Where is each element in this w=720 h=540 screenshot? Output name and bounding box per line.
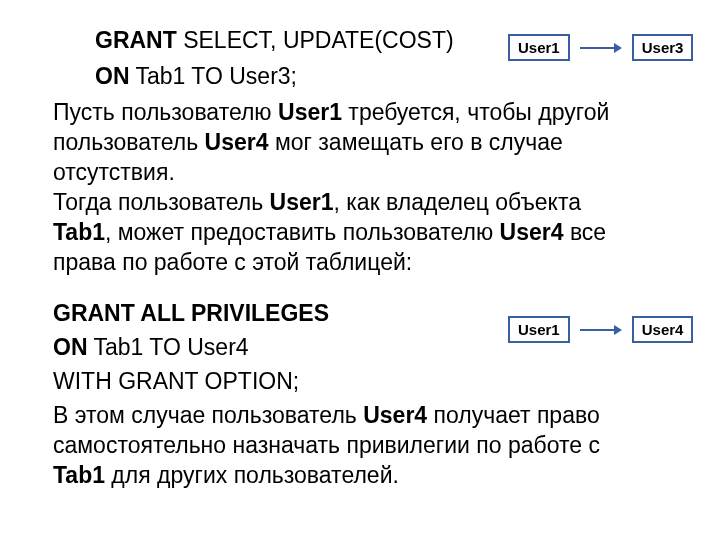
arrow-icon [580,323,622,337]
sql-grant-select-update: GRANT SELECT, UPDATE(COST) ON Tab1 TO Us… [95,22,454,94]
text: , может предоставить пользователю [105,219,500,245]
sql2-rest: Tab1 TO User4 [88,334,249,360]
kw-to: TO [191,63,223,89]
sql1-rest: SELECT, UPDATE(COST) [177,27,454,53]
bold-user1: User1 [278,99,342,125]
kw-grant: GRANT [95,27,177,53]
bold-user4: User4 [205,129,269,155]
kw-on: ON [53,334,88,360]
svg-marker-3 [614,325,622,335]
svg-marker-1 [614,43,622,53]
text: В этом случае пользователь [53,402,363,428]
node-user4: User4 [632,316,694,343]
paragraph-user4-gets-rights: В этом случае пользователь User4 получае… [53,400,633,490]
arrow-icon [580,41,622,55]
paragraph-owner-grants: Тогда пользователь User1, как владелец о… [53,187,613,277]
text: для других пользователей. [105,462,399,488]
sql1-user: User3; [223,63,297,89]
sql1-tab: Tab1 [130,63,192,89]
text: , как владелец объекта [334,189,581,215]
node-user3: User3 [632,34,694,61]
bold-user4: User4 [363,402,427,428]
bold-tab1: Tab1 [53,462,105,488]
bold-user4: User4 [500,219,564,245]
sql2-line3: WITH GRANT OPTION; [53,364,329,398]
paragraph-user4-substitute: Пусть пользователю User1 требуется, чтоб… [53,97,613,187]
text: Пусть пользователю [53,99,278,125]
sql2-line1: GRANT ALL PRIVILEGES [53,296,329,330]
diagram-user1-user4: User1 User4 [508,316,693,343]
sql-grant-all-privileges: GRANT ALL PRIVILEGES ON Tab1 TO User4 WI… [53,296,329,398]
node-user1: User1 [508,316,570,343]
bold-user1: User1 [270,189,334,215]
kw-on: ON [95,63,130,89]
diagram-user1-user3: User1 User3 [508,34,693,61]
bold-tab1: Tab1 [53,219,105,245]
text: Тогда пользователь [53,189,270,215]
node-user1: User1 [508,34,570,61]
